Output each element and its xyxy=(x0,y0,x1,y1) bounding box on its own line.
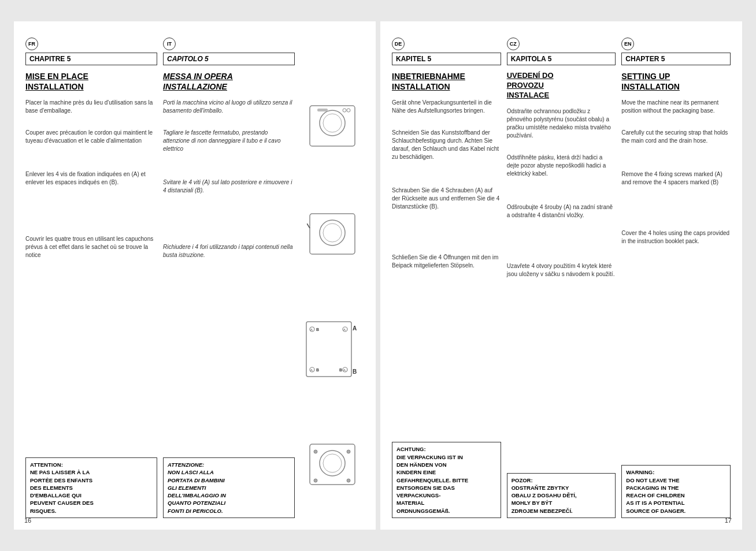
svg-point-32 xyxy=(347,479,350,482)
en-warning: WARNING: DO NOT LEAVE THE PACKAGING IN T… xyxy=(621,465,731,518)
svg-point-30 xyxy=(347,450,350,453)
svg-point-27 xyxy=(320,451,345,476)
page-number-17: 17 xyxy=(725,517,732,524)
en-title: SETTING UPINSTALLATION xyxy=(621,71,731,92)
cz-step-3: Odšroubujte 4 šrouby (A) na zadní straně… xyxy=(507,203,616,219)
svg-text:A: A xyxy=(310,368,313,372)
cz-title: UVEDENÍ DOPROVOZUINSTALACE xyxy=(507,71,616,100)
it-step-2: Tagliare le fascette fermatubo, prestand… xyxy=(163,129,295,153)
cz-badge: CZ xyxy=(507,38,520,50)
cz-step-4: Uzavřete 4 otvory použitím 4 krytek kter… xyxy=(507,262,616,278)
it-chapter: CAPITOLO 5 xyxy=(163,53,295,65)
svg-point-31 xyxy=(314,479,317,482)
svg-point-29 xyxy=(314,450,317,453)
en-column: EN CHAPTER 5 SETTING UPINSTALLATION Move… xyxy=(621,38,731,518)
en-badge: EN xyxy=(621,38,634,50)
diagram-images: ✂ A A A A B B B xyxy=(301,38,364,518)
it-warning: ATTENZIONE: NON LASCI ALLA PORTATA DI BA… xyxy=(163,457,295,518)
svg-point-2 xyxy=(323,114,342,132)
left-page: FR CHAPITRE 5 MISE EN PLACEINSTALLATION … xyxy=(14,21,376,530)
appliance-diagram-2: ✂ xyxy=(307,211,358,257)
appliance-diagram-4 xyxy=(307,441,358,487)
svg-point-7 xyxy=(320,220,345,245)
fr-badge: FR xyxy=(25,38,38,50)
svg-text:A: A xyxy=(343,368,346,372)
svg-text:A: A xyxy=(310,328,313,332)
de-column: DE KAPITEL 5 INBETRIEBNAHMEINSTALLATION … xyxy=(392,38,501,518)
svg-text:B: B xyxy=(316,327,319,332)
svg-point-4 xyxy=(343,109,346,112)
it-column: IT CAPITOLO 5 MESSA IN OPERAINSTALLAZION… xyxy=(163,38,295,518)
cz-column: CZ KAPITOLA 5 UVEDENÍ DOPROVOZUINSTALACE… xyxy=(507,38,616,518)
cz-chapter: KAPITOLA 5 xyxy=(507,53,616,65)
de-step-1: Gerät ohne Verpackungsunterteil in die N… xyxy=(392,99,501,115)
de-warning: ACHTUNG: DIE VERPACKUNG IST IN DEN HÄNDE… xyxy=(392,442,501,518)
en-step-4: Cover the 4 holes using the caps provide… xyxy=(621,229,731,245)
en-step-1: Move the machine near its permanent posi… xyxy=(621,99,731,115)
de-step-4: Schließen Sie die 4 Öffnungen mit den im… xyxy=(392,254,501,270)
de-title: INBETRIEBNAHMEINSTALLATION xyxy=(392,71,501,92)
svg-point-1 xyxy=(320,110,345,136)
page-number-16: 16 xyxy=(24,517,31,524)
svg-text:B: B xyxy=(353,368,357,375)
fr-chapter: CHAPITRE 5 xyxy=(25,53,157,65)
it-step-4: Richiudere i 4 fori utilizzando i tappi … xyxy=(163,243,295,259)
fr-title: MISE EN PLACEINSTALLATION xyxy=(25,71,157,92)
appliance-diagram-1 xyxy=(307,103,358,149)
right-page: DE KAPITEL 5 INBETRIEBNAHMEINSTALLATION … xyxy=(380,21,742,530)
en-step-2: Carefully cut the securing strap that ho… xyxy=(621,129,731,145)
appliance-diagram-3: A A A A B B B A B xyxy=(303,319,361,379)
fr-step-2: Couper avec précaution le cordon qui mai… xyxy=(25,129,157,145)
fr-column: FR CHAPITRE 5 MISE EN PLACEINSTALLATION … xyxy=(25,38,157,518)
it-step-3: Svitare le 4 viti (A) sul lato posterior… xyxy=(163,178,295,195)
svg-point-5 xyxy=(347,109,350,112)
en-step-3: Remove the 4 fixing screws marked (A) an… xyxy=(621,170,731,187)
cz-warning: POZOR: ODSTRAŇTE ZBYTKY OBALU Z DOSAHU D… xyxy=(507,473,616,518)
it-badge: IT xyxy=(163,38,176,50)
fr-step-1: Placer la machine près du lieu d'utilisa… xyxy=(25,99,157,115)
de-badge: DE xyxy=(392,38,405,50)
svg-text:A: A xyxy=(343,328,346,332)
fr-step-4: Couvrir les quatre trous en utilisant le… xyxy=(25,235,157,259)
svg-text:B: B xyxy=(339,368,342,372)
de-step-2: Schneiden Sie das Kunststoffband der Sch… xyxy=(392,129,501,161)
svg-point-28 xyxy=(323,454,342,472)
it-step-1: Porti la macchina vicino al luogo di uti… xyxy=(163,99,295,115)
de-chapter: KAPITEL 5 xyxy=(392,53,501,65)
de-step-3: Schrauben Sie die 4 Schrauben (A) auf de… xyxy=(392,187,501,211)
it-title: MESSA IN OPERAINSTALLAZIONE xyxy=(163,71,295,92)
fr-step-3: Enlever les 4 vis de fixation indiquées … xyxy=(25,170,157,187)
fr-warning: ATTENTION: NE PAS LAISSER À LA PORTÉE DE… xyxy=(25,457,157,518)
svg-text:B: B xyxy=(316,368,319,372)
svg-point-8 xyxy=(323,224,342,242)
cz-step-2: Odstřihněte pásku, která drží hadici a d… xyxy=(507,154,616,178)
svg-rect-3 xyxy=(317,109,328,111)
en-chapter: CHAPTER 5 xyxy=(621,53,731,65)
svg-text:A: A xyxy=(353,325,357,332)
cz-step-1: Odstraňte ochrannou podložku z pěnového … xyxy=(507,107,616,140)
